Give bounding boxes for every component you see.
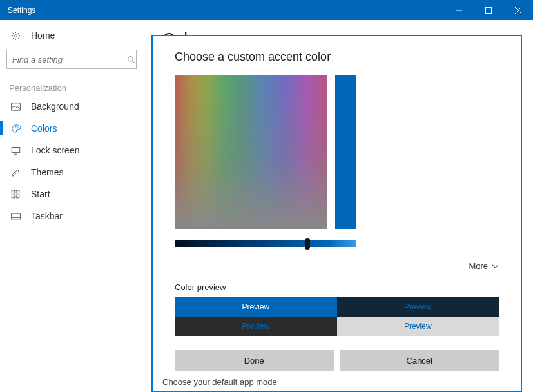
preview-tile-4: Preview bbox=[337, 317, 499, 336]
search-input[interactable] bbox=[7, 55, 126, 64]
sidebar-item-taskbar[interactable]: Taskbar bbox=[0, 205, 143, 227]
svg-point-8 bbox=[13, 127, 14, 128]
footnote-text: Choose your default app mode bbox=[162, 377, 277, 387]
sidebar-item-label: Lock screen bbox=[31, 145, 79, 155]
preview-tile-2: Preview bbox=[337, 297, 499, 317]
palette-icon bbox=[10, 123, 21, 133]
svg-rect-13 bbox=[12, 190, 15, 193]
preview-tile-1: Preview bbox=[175, 297, 337, 317]
current-color-swatch bbox=[335, 75, 356, 229]
cancel-button[interactable]: Cancel bbox=[340, 350, 499, 371]
home-link[interactable]: Home bbox=[0, 26, 143, 44]
sidebar-item-start[interactable]: Start bbox=[0, 183, 143, 205]
preview-label: Color preview bbox=[175, 282, 499, 292]
section-label: Personalization bbox=[0, 69, 143, 95]
color-spectrum[interactable] bbox=[175, 75, 327, 229]
svg-point-9 bbox=[15, 126, 15, 126]
sidebar-item-label: Themes bbox=[31, 167, 64, 177]
svg-rect-15 bbox=[12, 195, 15, 198]
home-label: Home bbox=[31, 30, 55, 41]
title-bar: Settings bbox=[0, 0, 533, 20]
chevron-down-icon bbox=[492, 261, 499, 271]
preview-grid: Preview Preview Preview Preview bbox=[175, 297, 499, 336]
sidebar-item-colors[interactable]: Colors bbox=[0, 117, 143, 139]
search-box[interactable] bbox=[6, 50, 137, 69]
preview-tile-3: Preview bbox=[175, 317, 337, 336]
close-button[interactable] bbox=[503, 0, 533, 20]
minimize-button[interactable] bbox=[444, 0, 474, 20]
main-content: Colors Choose a custom accent color More… bbox=[143, 20, 533, 392]
more-toggle[interactable]: More bbox=[175, 261, 499, 271]
sidebar-item-label: Start bbox=[31, 189, 50, 199]
search-icon bbox=[126, 55, 136, 64]
color-picker-dialog: Choose a custom accent color More Color … bbox=[151, 35, 522, 392]
gear-icon bbox=[10, 30, 21, 41]
monitor-icon bbox=[10, 145, 21, 155]
svg-point-5 bbox=[128, 56, 133, 61]
brush-icon bbox=[10, 167, 21, 177]
svg-line-6 bbox=[132, 61, 134, 63]
sidebar-item-label: Colors bbox=[31, 123, 57, 133]
svg-point-4 bbox=[14, 34, 17, 37]
slider-thumb[interactable] bbox=[305, 238, 310, 250]
svg-rect-17 bbox=[11, 213, 20, 219]
svg-rect-14 bbox=[16, 190, 19, 193]
grid-icon bbox=[10, 189, 21, 199]
sidebar: Home Personalization Background Colors L… bbox=[0, 20, 143, 392]
more-label: More bbox=[469, 261, 488, 271]
svg-point-10 bbox=[17, 127, 18, 128]
sidebar-item-themes[interactable]: Themes bbox=[0, 161, 143, 183]
maximize-button[interactable] bbox=[474, 0, 503, 20]
sidebar-item-label: Taskbar bbox=[31, 211, 63, 221]
svg-rect-1 bbox=[486, 7, 492, 13]
dialog-title: Choose a custom accent color bbox=[175, 50, 499, 64]
svg-rect-11 bbox=[12, 147, 20, 152]
picture-icon bbox=[10, 101, 21, 112]
window-title: Settings bbox=[0, 6, 35, 15]
done-button[interactable]: Done bbox=[175, 350, 334, 371]
sidebar-item-lockscreen[interactable]: Lock screen bbox=[0, 139, 143, 161]
value-slider[interactable] bbox=[175, 240, 356, 247]
taskbar-icon bbox=[10, 211, 21, 221]
sidebar-item-background[interactable]: Background bbox=[0, 95, 143, 117]
svg-rect-16 bbox=[16, 195, 19, 198]
sidebar-item-label: Background bbox=[31, 101, 79, 112]
